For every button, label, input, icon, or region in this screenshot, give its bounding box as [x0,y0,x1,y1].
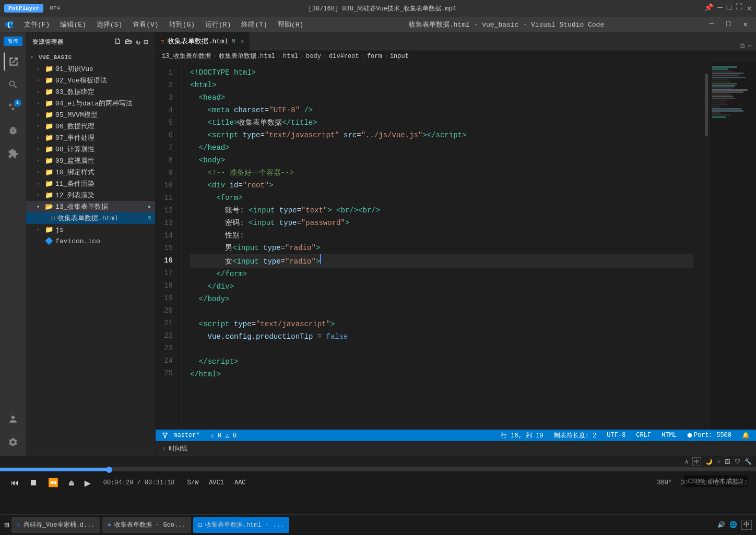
git-branch[interactable]: master* [160,432,202,439]
sidebar-item-02[interactable]: › 📁 02_Vue模板语法 [26,75,155,86]
sidebar-item-12[interactable]: › 📁 12_列表渲染 [26,189,155,201]
vscode-maximize-btn[interactable]: □ [722,20,735,29]
menu-view[interactable]: 查看(V) [128,18,162,31]
maximize-icon[interactable]: □ [727,3,732,14]
timeline-expand-icon[interactable]: › [162,445,166,453]
activity-account[interactable] [4,410,22,429]
eject-icon[interactable]: ⏏ [67,475,76,490]
close-icon[interactable]: ✕ [747,3,752,14]
pin-icon[interactable]: 📌 [704,3,713,14]
sidebar-item-html[interactable]: ◻ 收集表单数据.html M [26,212,155,224]
sidebar-item-06[interactable]: › 📁 06_数据代理 [26,121,155,132]
taskbar-item-2[interactable]: ● 收集表单数据 - Goo... [102,517,191,533]
scrollbar-thumb[interactable] [705,74,708,136]
new-folder-icon[interactable]: 🗁 [125,38,133,46]
sidebar-item-03[interactable]: › 📁 03_数据绑定 [26,86,155,98]
menu-select[interactable]: 选择(S) [92,18,126,31]
taskbar-item-3[interactable]: ◻ 收集表单数据.html - ... [193,517,289,533]
new-file-icon[interactable]: 🗋 [114,38,122,46]
sidebar-item-01[interactable]: › 📁 01_初识Vue [26,63,155,75]
breadcrumb-div[interactable]: div#root [329,53,359,60]
sidebar-item-05[interactable]: › 📁 05_MVVM模型 [26,109,155,121]
tray-moon-icon[interactable]: 🌙 [705,458,713,465]
volume-icon[interactable]: 🔊 [717,521,725,529]
degree-label[interactable]: 360° [657,479,672,486]
tab-size[interactable]: 制表符长度: 2 [552,431,599,440]
tray-ime-icon[interactable]: 中 [692,457,701,466]
line-ending[interactable]: CRLF [634,432,653,439]
stop-btn[interactable]: ⏹ [27,476,40,490]
skip-back-btn[interactable]: ⏪ [46,475,61,490]
breadcrumb-input[interactable]: input [390,53,409,60]
tray-shield-icon[interactable]: 🛡 [735,458,740,465]
sidebar-item-js[interactable]: › 📁 js [26,224,155,235]
activity-source-control[interactable]: 1 [4,98,22,117]
progress-bar-container[interactable] [0,468,756,471]
menu-run[interactable]: 运行(R) [201,18,235,31]
breadcrumb-form[interactable]: form [367,53,382,60]
breadcrumb-file[interactable]: 收集表单数据.html [219,52,275,61]
sidebar-item-09[interactable]: › 📁 09_监视属性 [26,155,155,167]
sidebar-root-item[interactable]: ▾ VUE_BASIC [26,52,155,63]
breadcrumb-body[interactable]: body [306,53,321,60]
vscode-minimize-btn[interactable]: ─ [705,20,718,29]
tray-image-icon[interactable]: 🖼 [725,458,730,465]
tab-close-btn[interactable]: ✕ [240,38,244,45]
notifications-icon[interactable]: 🔔 [740,432,752,439]
menu-goto[interactable]: 转到(G) [165,18,199,31]
cl3: <head> [199,91,225,104]
network-icon[interactable]: 🌐 [729,521,737,529]
activity-search[interactable] [4,75,22,94]
taskbar-item-1[interactable]: W 尚硅谷_Vue全家桶.d... [11,517,100,533]
split-editor-icon[interactable]: ⧉ [740,42,745,50]
sidebar-item-favicon[interactable]: 🔷 favicon.ico [26,235,155,247]
refresh-icon[interactable]: ↻ [136,38,140,46]
sidebar-item-04[interactable]: › 📁 04_el与data的两种写法 [26,98,155,109]
editor-area: ◻ 收集表单数据.html M ✕ ⧉ ⋯ 13_收集表单数据 › 收集表单数据… [156,32,756,456]
tab-active[interactable]: ◻ 收集表单数据.html M ✕ [156,32,250,50]
menu-help[interactable]: 帮助(H) [274,18,308,31]
ime-taskbar[interactable]: 中 [741,520,752,530]
folder-icon-13: 📂 [45,203,53,211]
tray-tool-icon[interactable]: 🔧 [745,458,752,465]
windows-start-btn[interactable]: ⊞ [4,520,9,530]
menu-file[interactable]: 文件(F) [20,18,54,31]
cursor-position[interactable]: 行 16, 列 10 [499,431,546,440]
ln-15: 15 [156,242,173,254]
breadcrumb-folder[interactable]: 13_收集表单数据 [162,52,211,61]
tray-arrow-icon[interactable]: ∧ [685,458,689,465]
editor-scrollbar[interactable] [702,62,709,430]
activity-settings[interactable] [4,433,22,451]
activity-debug[interactable] [4,121,22,140]
sidebar-item-11[interactable]: › 📁 11_条件渲染 [26,178,155,189]
prev-btn[interactable]: ⏮ [8,476,21,490]
menu-terminal[interactable]: 终端(T) [237,18,271,31]
sidebar-item-08[interactable]: › 📁 08_计算属性 [26,144,155,155]
activity-extensions[interactable] [4,144,22,163]
code-editor[interactable]: 1 2 3 4 5 6 7 8 9 10 11 12 13 14 15 16 1 [156,62,756,430]
mm-23 [712,112,720,114]
fullscreen-icon[interactable]: ⛶ [736,3,742,14]
potplayer-logo[interactable]: PotPlayer [4,4,43,13]
vscode-close-btn[interactable]: ✕ [739,20,752,29]
language-mode[interactable]: HTML [659,432,679,439]
status-errors[interactable]: ⚠ 0 △ 0 [208,432,239,439]
mm-17 [712,100,728,101]
code-content[interactable]: <!DOCTYPE html> <html> <head> <meta char… [182,62,702,430]
play-btn[interactable]: ▶ [82,474,93,492]
ln-4: 4 [156,104,173,116]
sidebar-item-07[interactable]: › 📁 07_事件处理 [26,132,155,144]
menu-edit[interactable]: 编辑(E) [56,18,90,31]
3d-label[interactable]: 3D [680,479,688,486]
encoding[interactable]: UTF-8 [605,432,628,439]
bc-sep-2: › [277,53,281,60]
mm-15 [712,96,733,97]
sidebar-item-13[interactable]: ▾ 📂 13_收集表单数据 ● [26,201,155,212]
minimize-icon[interactable]: ─ [717,3,723,14]
activity-explorer[interactable] [4,52,22,71]
live-server-port[interactable]: Port: 5500 [685,432,734,439]
collapse-icon[interactable]: ⊟ [144,38,149,46]
sidebar-item-10[interactable]: › 📁 10_绑定样式 [26,167,155,178]
more-actions-icon[interactable]: ⋯ [748,42,752,50]
breadcrumb-html[interactable]: html [283,53,298,60]
